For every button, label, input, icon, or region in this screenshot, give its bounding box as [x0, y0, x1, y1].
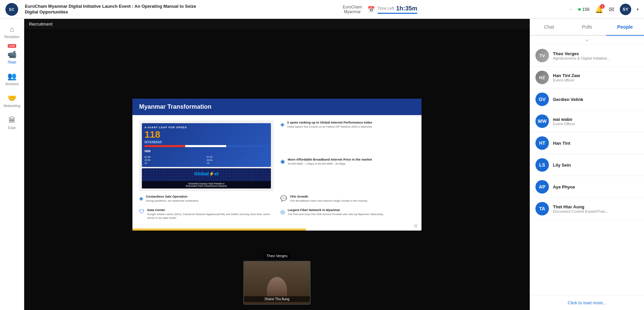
time-section: 📅 Time Left 1h:35m: [367, 5, 417, 14]
person-info-thet-htar: Thet Htar Aung Document Control Expert/T…: [553, 204, 639, 213]
feature-4-text: 70% Growth 70% Broadband Users and Inter…: [290, 195, 368, 203]
expo-icon: 🏛: [8, 116, 16, 125]
feature-1-text: 3 spots ranking up in Global Internet Pe…: [287, 120, 372, 129]
person-name-lily: Lily Sein: [553, 163, 639, 168]
sidebar-label-stage: Stage: [7, 60, 16, 64]
slide-left-image: A GIANT LEAP FOR SPEED 118 MYANMAR 5BB 8…: [139, 120, 274, 191]
sidebar-label-expo: Expo: [8, 126, 16, 130]
person-row-lily[interactable]: LS Lily Sein: [530, 154, 644, 176]
networking-icon: 🤝: [7, 94, 16, 103]
avatar-lily: LS: [535, 158, 549, 172]
feature-1: ◈ 3 spots ranking up in Global Internet …: [280, 120, 415, 152]
load-more-button[interactable]: Click to load more...: [530, 295, 644, 310]
avatar-theo: TV: [535, 49, 549, 62]
feature-2: ◉ More Affordable Broadband Internet Pri…: [280, 158, 415, 189]
feature-6: ◎ Largest Fiber Network in Myanmar The F…: [280, 208, 415, 220]
exit-button[interactable]: →: [568, 7, 573, 12]
speaker-label: Theo Verges: [263, 253, 291, 259]
sidebar-item-networking[interactable]: 🤝 Networking: [1, 91, 23, 111]
person-row-gerdien[interactable]: GV Gerdien Velink: [530, 89, 644, 110]
top-header: EC EuroCham Myanmar Digital Initiative L…: [0, 0, 644, 19]
stage-icon-wrap: LIVE 📹: [7, 47, 16, 59]
slide-caption: GlobalNet Deploys High Reliable & Redund…: [142, 181, 271, 188]
slide-header: Myanmar Transformation: [132, 99, 421, 115]
sidebar-item-sessions[interactable]: 👥 Sessions: [1, 69, 23, 89]
content-label: Recruitment: [24, 19, 530, 29]
panel-tabs: Chat Polls People: [530, 19, 644, 36]
person-name-thet-htar: Thet Htar Aung: [553, 204, 639, 209]
slide-bottom-image: Global⚡et GlobalNet Deploys High Reliabl…: [142, 168, 271, 188]
main-layout: ⌂ Reception LIVE 📹 Stage 👥 Sessions 🤝 Ne…: [0, 19, 644, 310]
tab-polls[interactable]: Polls: [568, 19, 606, 36]
feature-3-icon: ◈: [139, 195, 143, 202]
right-panel: Chat Polls People ▲ TV Theo Verges Agrob…: [530, 19, 644, 310]
speed-label: A GIANT LEAP FOR SPEED: [145, 126, 268, 129]
sidebar-item-stage[interactable]: LIVE 📹 Stage: [1, 43, 23, 67]
feature-4-icon: 💬: [280, 195, 287, 202]
feature-5-text: Data Center Google Global Cache (GGC), F…: [147, 208, 274, 220]
time-left-value: 1h:35m: [396, 5, 417, 12]
slide-footer: [132, 229, 421, 231]
feature-2-text: More Affordable Broadband Internet Price…: [288, 158, 372, 166]
notification-button[interactable]: 🔔 1: [595, 5, 603, 13]
presentation-area: Myanmar Transformation A GIANT LEAP FOR …: [24, 29, 530, 310]
feature-3: ◈ Contactless Sale Operation During pand…: [139, 195, 274, 203]
time-left-wrapper: Time Left 1h:35m: [377, 5, 417, 14]
feature-5: 🛡 Data Center Google Global Cache (GGC),…: [139, 208, 274, 220]
avatar-aye-phyoe: AP: [535, 180, 549, 194]
person-name-theo: Theo Verges: [553, 51, 639, 56]
globalnet-logo: Global⚡et: [194, 171, 218, 176]
sidebar-item-expo[interactable]: 🏛 Expo: [1, 112, 23, 133]
person-row-theo[interactable]: TV Theo Verges Agrobusiness & Digital In…: [530, 45, 644, 67]
feature-6-icon: ◎: [280, 209, 285, 215]
feature-6-text: Largest Fiber Network in Myanmar The Fir…: [288, 208, 384, 216]
person-info-han-tint: Han Tint: [553, 141, 639, 146]
person-row-han-tint-zaw[interactable]: HZ Han Tint Zaw Event officer: [530, 67, 644, 89]
sidebar-label-reception: Reception: [4, 35, 19, 39]
online-count: 156: [578, 7, 590, 12]
mail-button[interactable]: ✉: [609, 5, 614, 13]
online-dot: [578, 8, 581, 11]
flag-bar: [145, 145, 268, 147]
avatar-thet-htar: TA: [535, 202, 549, 215]
slide-frame: Myanmar Transformation A GIANT LEAP FOR …: [132, 99, 421, 231]
stage-icon: 📹: [7, 50, 16, 59]
person-role-theo: Agrobusiness & Digital Initiative...: [553, 56, 639, 60]
speed-stats: 81.6657.97 42.6343.61 2210: [145, 156, 268, 164]
person-info-aye-phyoe: Aye Phyoe: [553, 184, 639, 190]
tab-people[interactable]: People: [606, 19, 644, 36]
feature-1-icon: ◈: [280, 121, 284, 128]
time-underline: [377, 13, 417, 14]
person-name-han-tint: Han Tint: [553, 141, 639, 146]
person-info-han-tint-zaw: Han Tint Zaw Event officer: [553, 73, 639, 82]
person-role-thet-htar: Document Control Expert/Tran...: [553, 209, 639, 213]
home-icon: ⌂: [10, 25, 14, 34]
person-role-han-tint-zaw: Event officer: [553, 78, 639, 82]
person-info-lily: Lily Sein: [553, 163, 639, 168]
feature-4: 💬 70% Growth 70% Broadband Users and Int…: [280, 195, 415, 203]
online-number: 156: [582, 7, 590, 12]
content-area: Recruitment Myanmar Transformation A GIA…: [24, 19, 530, 310]
person-name-gerdien: Gerdien Velink: [553, 97, 639, 102]
sidebar-item-reception[interactable]: ⌂ Reception: [1, 22, 23, 42]
person-row-aye-phyoe[interactable]: AP Aye Phyoe: [530, 176, 644, 198]
notification-badge: 1: [600, 4, 605, 9]
feature-3-text: Contactless Sale Operation During pandem…: [146, 195, 199, 203]
sessions-icon: 👥: [7, 72, 16, 81]
feature-2-icon: ◉: [280, 158, 285, 165]
presenter-name-tag: Shane Thu Aung: [244, 296, 310, 302]
person-row-han-tint[interactable]: HT Han Tint: [530, 132, 644, 154]
country-label: MYANMAR: [145, 140, 268, 144]
chevron-down-icon[interactable]: ▾: [637, 7, 639, 12]
person-row-wai-wabo[interactable]: WW wai wabo Event Officer: [530, 110, 644, 132]
person-name-aye-phyoe: Aye Phyoe: [553, 184, 639, 190]
people-list: TV Theo Verges Agrobusiness & Digital In…: [530, 45, 644, 295]
avatar-gerdien: GV: [535, 93, 549, 106]
person-row-thet-htar[interactable]: TA Thet Htar Aung Document Control Exper…: [530, 198, 644, 220]
user-avatar[interactable]: SY: [620, 4, 631, 15]
person-info-theo: Theo Verges Agrobusiness & Digital Initi…: [553, 51, 639, 60]
tab-chat[interactable]: Chat: [530, 19, 568, 36]
avatar-wai-wabo: WW: [535, 114, 549, 128]
person-name-wai-wabo: wai wabo: [553, 117, 639, 122]
avatar-han-tint-zaw: HZ: [535, 71, 549, 84]
